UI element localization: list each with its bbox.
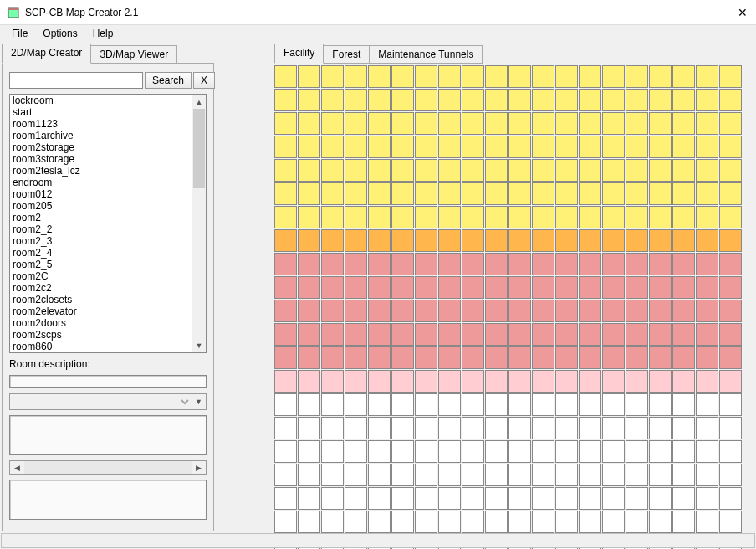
grid-cell[interactable] xyxy=(298,464,320,486)
grid-cell[interactable] xyxy=(672,440,695,463)
grid-cell[interactable] xyxy=(719,393,742,416)
grid-cell[interactable] xyxy=(391,464,414,486)
grid-cell[interactable] xyxy=(579,65,601,88)
list-item[interactable]: room3storage xyxy=(10,153,192,165)
grid-cell[interactable] xyxy=(626,276,648,299)
grid-cell[interactable] xyxy=(555,393,578,416)
grid-cell[interactable] xyxy=(438,112,461,135)
grid-cell[interactable] xyxy=(462,464,484,486)
grid-cell[interactable] xyxy=(298,300,320,322)
grid-cell[interactable] xyxy=(626,136,648,158)
grid-cell[interactable] xyxy=(274,464,297,486)
grid-cell[interactable] xyxy=(321,440,344,463)
search-clear-button[interactable]: X xyxy=(193,72,215,89)
grid-cell[interactable] xyxy=(368,370,391,393)
grid-cell[interactable] xyxy=(391,511,414,533)
grid-cell[interactable] xyxy=(602,253,625,275)
grid-cell[interactable] xyxy=(368,393,391,416)
grid-cell[interactable] xyxy=(719,112,742,135)
grid-cell[interactable] xyxy=(391,112,414,135)
grid-cell[interactable] xyxy=(696,440,718,463)
grid-cell[interactable] xyxy=(696,253,718,275)
grid-cell[interactable] xyxy=(321,370,344,393)
grid-cell[interactable] xyxy=(649,276,672,299)
grid-cell[interactable] xyxy=(321,300,344,322)
grid-cell[interactable] xyxy=(485,65,508,88)
grid-cell[interactable] xyxy=(696,323,718,346)
grid-cell[interactable] xyxy=(368,464,391,486)
grid-cell[interactable] xyxy=(345,417,367,439)
grid-cell[interactable] xyxy=(438,464,461,486)
grid-cell[interactable] xyxy=(485,276,508,299)
grid-cell[interactable] xyxy=(508,206,531,228)
grid-cell[interactable] xyxy=(415,159,437,182)
grid-cell[interactable] xyxy=(298,346,320,369)
grid-cell[interactable] xyxy=(462,511,484,533)
grid-cell[interactable] xyxy=(672,136,695,158)
grid-cell[interactable] xyxy=(672,487,695,510)
grid-cell[interactable] xyxy=(415,511,437,533)
grid-cell[interactable] xyxy=(602,182,625,205)
grid-cell[interactable] xyxy=(696,182,718,205)
grid-cell[interactable] xyxy=(672,65,695,88)
room-type-dropdown[interactable]: ▼ xyxy=(9,393,207,410)
list-item[interactable]: room860 xyxy=(10,341,192,352)
grid-cell[interactable] xyxy=(274,229,297,252)
grid-cell[interactable] xyxy=(368,323,391,346)
grid-cell[interactable] xyxy=(649,511,672,533)
grid-cell[interactable] xyxy=(532,417,554,439)
grid-cell[interactable] xyxy=(345,65,367,88)
grid-cell[interactable] xyxy=(719,229,742,252)
grid-cell[interactable] xyxy=(626,346,648,369)
list-item[interactable]: room2_3 xyxy=(10,235,192,247)
grid-cell[interactable] xyxy=(719,136,742,158)
grid-cell[interactable] xyxy=(532,487,554,510)
grid-cell[interactable] xyxy=(438,206,461,228)
grid-cell[interactable] xyxy=(508,229,531,252)
grid-cell[interactable] xyxy=(368,417,391,439)
grid-cell[interactable] xyxy=(368,229,391,252)
grid-cell[interactable] xyxy=(485,487,508,510)
menu-help[interactable]: Help xyxy=(86,26,120,41)
grid-cell[interactable] xyxy=(391,206,414,228)
list-item[interactable]: room2elevator xyxy=(10,305,192,317)
scroll-left-icon[interactable]: ◀ xyxy=(10,461,24,474)
menu-file[interactable]: File xyxy=(5,26,34,41)
grid-cell[interactable] xyxy=(368,136,391,158)
grid-cell[interactable] xyxy=(438,253,461,275)
grid-cell[interactable] xyxy=(719,323,742,346)
grid-cell[interactable] xyxy=(555,440,578,463)
grid-cell[interactable] xyxy=(298,136,320,158)
grid-cell[interactable] xyxy=(626,323,648,346)
grid-cell[interactable] xyxy=(555,464,578,486)
grid-cell[interactable] xyxy=(462,276,484,299)
grid-cell[interactable] xyxy=(649,253,672,275)
grid-cell[interactable] xyxy=(368,440,391,463)
grid-cell[interactable] xyxy=(626,417,648,439)
grid-cell[interactable] xyxy=(438,276,461,299)
grid-cell[interactable] xyxy=(368,159,391,182)
grid-cell[interactable] xyxy=(626,511,648,533)
grid-cell[interactable] xyxy=(391,276,414,299)
grid-cell[interactable] xyxy=(719,65,742,88)
grid-cell[interactable] xyxy=(579,393,601,416)
grid-cell[interactable] xyxy=(298,206,320,228)
grid-cell[interactable] xyxy=(696,370,718,393)
grid-cell[interactable] xyxy=(274,159,297,182)
grid-cell[interactable] xyxy=(298,417,320,439)
grid-cell[interactable] xyxy=(696,65,718,88)
grid-cell[interactable] xyxy=(345,206,367,228)
grid-cell[interactable] xyxy=(462,229,484,252)
grid-cell[interactable] xyxy=(532,276,554,299)
map-grid[interactable] xyxy=(274,65,754,549)
grid-cell[interactable] xyxy=(415,276,437,299)
grid-cell[interactable] xyxy=(485,89,508,111)
grid-cell[interactable] xyxy=(462,89,484,111)
close-button[interactable]: ✕ xyxy=(736,6,749,19)
grid-cell[interactable] xyxy=(579,229,601,252)
grid-cell[interactable] xyxy=(672,464,695,486)
list-item[interactable]: room012 xyxy=(10,188,192,200)
grid-cell[interactable] xyxy=(391,229,414,252)
grid-cell[interactable] xyxy=(626,393,648,416)
grid-cell[interactable] xyxy=(579,89,601,111)
